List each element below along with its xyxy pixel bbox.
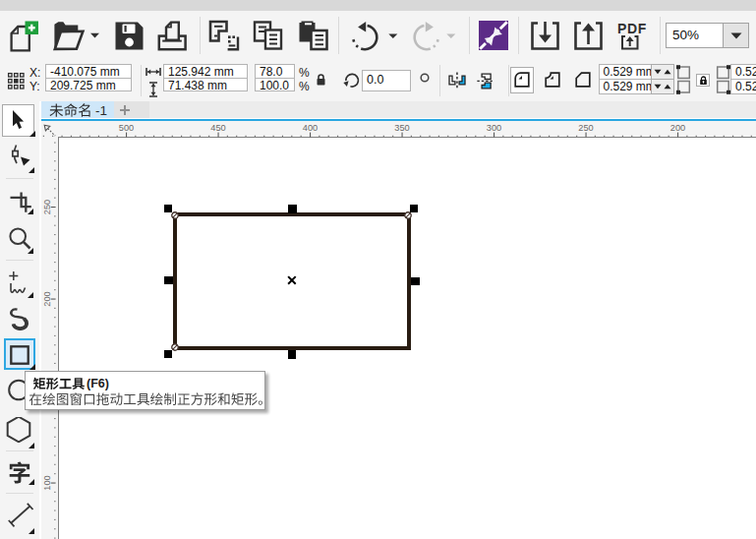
svg-text:400: 400	[302, 122, 317, 132]
svg-text:350: 350	[394, 122, 409, 132]
svg-text:100: 100	[41, 475, 51, 490]
svg-text:450: 450	[210, 122, 225, 132]
svg-text:250: 250	[578, 122, 593, 132]
svg-text:200: 200	[41, 291, 51, 306]
svg-text:250: 250	[41, 200, 51, 214]
svg-text:200: 200	[669, 122, 684, 132]
svg-text:300: 300	[486, 122, 500, 132]
svg-text:500: 500	[118, 122, 133, 132]
